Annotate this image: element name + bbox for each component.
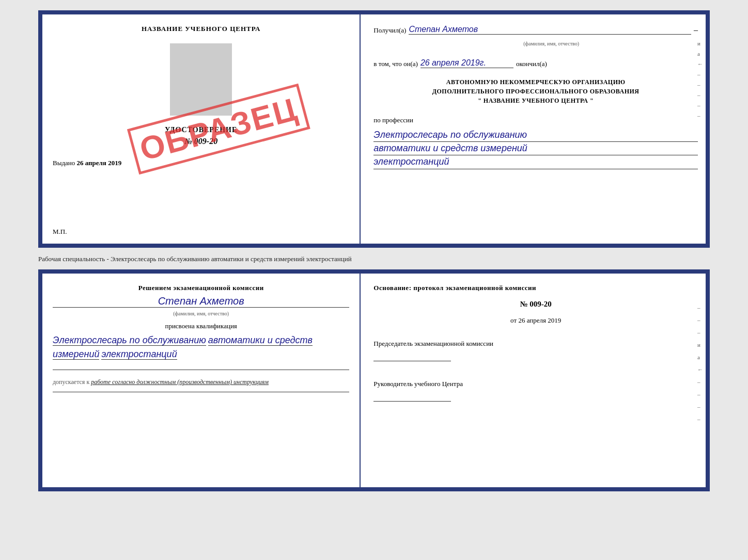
- protocol-date: от 26 апреля 2019: [373, 316, 698, 325]
- top-doc-left: НАЗВАНИЕ УЧЕБНОГО ЦЕНТРА УДОСТОВЕРЕНИЕ №…: [42, 14, 361, 244]
- person-name-top: Степан Ахметов: [409, 25, 691, 35]
- school-name-top: НАЗВАНИЕ УЧЕБНОГО ЦЕНТРА: [53, 25, 349, 33]
- in-that-label: в том, что он(а): [373, 60, 418, 68]
- director-block: Руководитель учебного Центра: [373, 379, 698, 404]
- middle-label: Рабочая специальность - Электрослесарь п…: [38, 253, 710, 264]
- received-row: Получил(а) Степан Ахметов –: [373, 25, 698, 35]
- person-name-bottom: Степан Ахметов: [53, 295, 349, 308]
- allowed-label: допускается к: [53, 378, 89, 386]
- profession-line3: электростанций: [373, 155, 698, 169]
- chairman-block: Председатель экзаменационной комиссии: [373, 339, 698, 364]
- right-decorations-top: и а ← – – – – –: [697, 40, 703, 119]
- bottom-doc-left: Решением экзаменационной комиссии Степан…: [42, 274, 361, 487]
- completed-row: в том, что он(а) 26 апреля 2019г. окончи…: [373, 58, 698, 68]
- right-decorations-bottom: – – – и а ← – – – –: [697, 305, 703, 422]
- allowed-value: работе согласно должностным (производств…: [91, 378, 269, 386]
- assigned-label: присвоена квалификация: [53, 322, 349, 330]
- protocol-number: № 009-20: [373, 300, 698, 309]
- decision-title: Решением экзаменационной комиссии: [53, 284, 349, 292]
- profession-label: по профессии: [373, 116, 698, 124]
- fio-sub-top: (фамилия, имя, отчество): [373, 41, 698, 46]
- bottom-doc-right: Основание: протокол экзаменационной коми…: [361, 274, 706, 487]
- qualification-block: Электрослесарь по обслуживанию автоматик…: [53, 333, 349, 361]
- fio-sub-bottom: (фамилия, имя, отчество): [53, 311, 349, 316]
- completed-label: окончил(а): [516, 60, 547, 68]
- allowed-text: допускается к работе согласно должностны…: [53, 378, 349, 386]
- protocol-date-value: 26 апреля 2019: [518, 316, 561, 324]
- org-block: АВТОНОМНУЮ НЕКОММЕРЧЕСКУЮ ОРГАНИЗАЦИЮ ДО…: [373, 77, 698, 105]
- bottom-line: [53, 370, 349, 370]
- protocol-date-prefix: от: [510, 316, 517, 324]
- qual-line1: Электрослесарь по обслуживанию: [53, 335, 206, 346]
- issued-date: Выдано 26 апреля 2019: [53, 159, 121, 167]
- qual-line3: электростанций: [101, 349, 177, 360]
- received-label: Получил(а): [373, 26, 406, 35]
- profession-line2: автоматики и средств измерений: [373, 142, 698, 155]
- mp-label: М.П.: [53, 228, 67, 236]
- photo-placeholder: [170, 43, 232, 116]
- cert-title: УДОСТОВЕРЕНИЕ: [53, 126, 349, 134]
- org-line3: " НАЗВАНИЕ УЧЕБНОГО ЦЕНТРА ": [373, 96, 698, 105]
- director-signature-line: [373, 391, 451, 402]
- allowed-line: [53, 392, 349, 392]
- profession-line1: Электрослесарь по обслуживанию: [373, 129, 698, 142]
- top-document: НАЗВАНИЕ УЧЕБНОГО ЦЕНТРА УДОСТОВЕРЕНИЕ №…: [38, 10, 710, 248]
- basis-title: Основание: протокол экзаменационной коми…: [373, 284, 698, 292]
- top-doc-right: Получил(а) Степан Ахметов – (фамилия, им…: [361, 14, 706, 244]
- director-label: Руководитель учебного Центра: [373, 379, 698, 389]
- cert-number: № 009-20: [53, 137, 349, 146]
- profession-block: Электрослесарь по обслуживанию автоматик…: [373, 129, 698, 169]
- chairman-label: Председатель экзаменационной комиссии: [373, 339, 698, 348]
- completed-date: 26 апреля 2019г.: [420, 58, 513, 68]
- chairman-signature-line: [373, 351, 451, 361]
- org-line1: АВТОНОМНУЮ НЕКОММЕРЧЕСКУЮ ОРГАНИЗАЦИЮ: [373, 77, 698, 87]
- org-line2: ДОПОЛНИТЕЛЬНОГО ПРОФЕССИОНАЛЬНОГО ОБРАЗО…: [373, 87, 698, 96]
- bottom-document: Решением экзаменационной комиссии Степан…: [38, 269, 710, 491]
